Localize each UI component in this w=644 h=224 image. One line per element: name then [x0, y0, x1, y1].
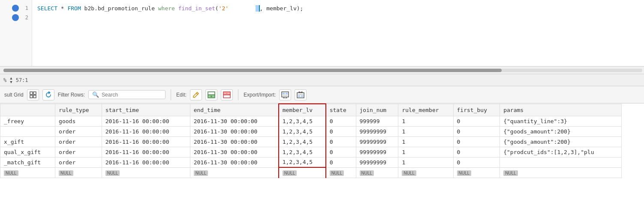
sql-line-1: SELECT * FROM b2b.bd_promotion_rule wher… [37, 3, 639, 13]
line-numbers: 1 2 [0, 0, 32, 66]
scrollbar-thumb[interactable] [3, 69, 502, 72]
editor-content[interactable]: SELECT * FROM b2b.bd_promotion_rule wher… [32, 0, 644, 66]
search-icon: 🔍 [92, 91, 99, 98]
sql-cursor-area [229, 0, 259, 18]
col-header-member-lv[interactable]: member_lv [279, 104, 326, 116]
delete-row-icon: - [223, 91, 231, 98]
col-header-join-num[interactable]: join_num [356, 104, 398, 116]
table-header-row: rule_type start_time end_time member_lv … [0, 104, 622, 116]
svg-rect-12 [286, 93, 288, 94]
result-table: rule_type start_time end_time member_lv … [0, 103, 622, 178]
null-row: NULLNULLNULLNULLNULLNULLNULLNULLNULLNULL [0, 167, 622, 178]
line-1-number: 1 [21, 5, 28, 11]
sql-string-val: '2' [219, 5, 229, 12]
svg-text:-: - [226, 91, 228, 95]
edit-pencil-button[interactable] [190, 89, 202, 100]
table-row[interactable]: _match_giftorder2016-11-16 00:00:002016-… [0, 157, 622, 167]
line-2-row: 2 [12, 13, 28, 22]
export-import-label: Export/Import: [244, 92, 276, 98]
svg-rect-11 [283, 93, 285, 94]
col-header-params[interactable]: params [500, 104, 622, 116]
table-row[interactable]: qual_x_giftorder2016-11-16 00:00:002016-… [0, 147, 622, 157]
col-header-rule-type[interactable]: rule_type [55, 104, 102, 116]
line-1-row: 1 [12, 3, 28, 13]
grid-icon [30, 91, 36, 98]
table-row[interactable]: x_giftorder2016-11-16 00:00:002016-11-30… [0, 136, 622, 147]
cursor [256, 5, 260, 12]
horizontal-scrollbar[interactable] [0, 67, 644, 74]
refresh-icon [45, 91, 52, 98]
refresh-button[interactable] [42, 89, 54, 100]
sql-from: FROM [67, 5, 81, 12]
svg-rect-0 [30, 92, 33, 94]
export-icon [281, 91, 289, 98]
grid-view-button[interactable] [27, 89, 39, 100]
import-icon [297, 91, 304, 98]
svg-rect-16 [298, 95, 300, 97]
svg-rect-1 [33, 92, 36, 94]
status-cursor-pos: 57:1 [16, 77, 28, 83]
table-row[interactable]: order2016-11-16 00:00:002016-11-30 00:00… [0, 126, 622, 136]
svg-rect-2 [30, 95, 33, 98]
search-box[interactable]: 🔍 [88, 90, 166, 99]
status-bar: % ▲ ▼ 57:1 [0, 74, 644, 86]
grid-area[interactable]: rule_type start_time end_time member_lv … [0, 103, 644, 224]
divider-1 [171, 89, 171, 100]
line-1-dot [12, 5, 19, 12]
sql-rest: , member_lv); [260, 5, 304, 12]
result-toolbar: sult Grid Filter Rows: 🔍 Edit: [0, 86, 644, 103]
sql-paren1: ( [215, 5, 219, 12]
sql-editor[interactable]: 1 2 SELECT * FROM b2b.bd_promotion_rule … [0, 0, 644, 67]
col-header-first-buy[interactable]: first_buy [453, 104, 500, 116]
result-grid-label: sult Grid [4, 92, 24, 98]
table-row[interactable]: _freeygoods2016-11-16 00:00:002016-11-30… [0, 116, 622, 126]
col-header-name [0, 104, 55, 116]
line-2-dot [12, 14, 19, 21]
svg-rect-8 [223, 95, 230, 98]
sql-line-2 [37, 13, 639, 22]
sql-table: b2b.bd_promotion_rule [81, 5, 158, 12]
col-header-state[interactable]: state [326, 104, 356, 116]
svg-rect-3 [33, 95, 36, 98]
col-header-start-time[interactable]: start_time [102, 104, 190, 116]
sql-space1 [175, 5, 178, 12]
add-row-icon: + [208, 91, 215, 98]
sql-find-in-set: find_in_set [178, 5, 215, 12]
svg-text:+: + [211, 94, 213, 98]
sql-where: where [158, 5, 175, 12]
sql-select: SELECT [37, 5, 57, 12]
status-percent: % [3, 77, 6, 83]
svg-rect-13 [283, 95, 288, 96]
add-row-button[interactable]: + [205, 89, 217, 100]
search-input[interactable] [102, 92, 153, 98]
col-header-rule-member[interactable]: rule_member [398, 104, 453, 116]
divider-2 [238, 89, 238, 100]
scrollbar-track[interactable] [3, 69, 642, 72]
import-button[interactable] [295, 89, 307, 100]
pencil-icon [193, 91, 199, 98]
status-arrows[interactable]: ▲ ▼ [10, 76, 12, 84]
line-2-number: 2 [21, 15, 28, 21]
delete-row-button[interactable]: - [221, 89, 233, 100]
edit-label: Edit: [176, 92, 187, 98]
svg-rect-15 [298, 94, 303, 95]
export-button[interactable] [279, 89, 291, 100]
sql-star: * [57, 5, 67, 12]
svg-rect-17 [301, 95, 303, 97]
result-section: rule_type start_time end_time member_lv … [0, 103, 644, 224]
filter-rows-label: Filter Rows: [58, 92, 85, 98]
col-header-end-time[interactable]: end_time [190, 104, 279, 116]
